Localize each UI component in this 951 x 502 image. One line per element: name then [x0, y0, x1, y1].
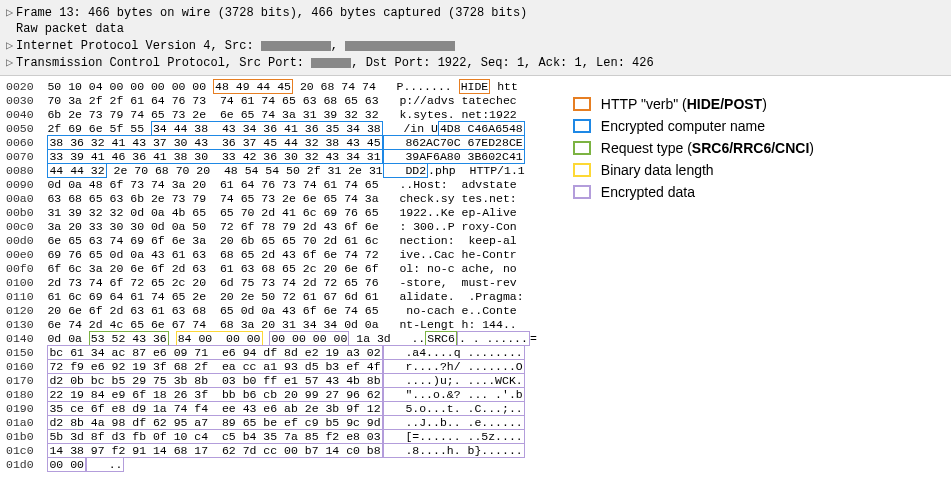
legend-swatch-blue	[573, 119, 591, 133]
offset: 01a0	[6, 416, 47, 429]
ascii-highlight: .a4....q ........	[383, 345, 525, 360]
hex-row: 0070 33 39 41 46 36 41 38 30 33 42 36 30…	[6, 150, 537, 164]
hex-row: 0180 22 19 84 e9 6f 18 26 3f bb b6 cb 20…	[6, 388, 537, 402]
hex-row: 0050 2f 69 6e 5f 55 34 44 38 43 34 36 41…	[6, 122, 537, 136]
hex-row: 00c0 3a 20 33 30 30 0d 0a 50 72 6f 78 79…	[6, 220, 537, 234]
ascii-highlight: . . ......	[457, 331, 530, 346]
ascii-highlight: "...o.&? ... .'.b	[383, 387, 525, 402]
legend-item: Binary data length	[573, 162, 814, 178]
hex-highlight: d2 8b 4a 98 df 62 95 a7 89 65 be ef c9 b…	[47, 415, 382, 430]
hex-row: 0140 0d 0a 53 52 43 36 84 00 00 00 00 00…	[6, 332, 537, 346]
offset: 00d0	[6, 234, 47, 247]
offset: 00c0	[6, 220, 47, 233]
ascii-highlight: 5.o...t. .C...;..	[383, 401, 525, 416]
offset: 0110	[6, 290, 47, 303]
offset: 0120	[6, 304, 47, 317]
hex-highlight: 48 49 44 45	[213, 79, 293, 94]
ascii-highlight: DD2	[383, 163, 428, 178]
offset: 00e0	[6, 248, 47, 261]
offset: 0160	[6, 360, 47, 373]
hex-row: 0190 35 ce 6f e8 d9 1a 74 f4 ee 43 e6 ab…	[6, 402, 537, 416]
hex-row: 0100 2d 73 74 6f 72 65 2c 20 6d 75 73 74…	[6, 276, 537, 290]
tcp-layer[interactable]: ▷Transmission Control Protocol, Src Port…	[6, 54, 945, 71]
ascii-highlight: ..	[86, 457, 125, 472]
hex-dump-pane[interactable]: 0020 50 10 04 00 00 00 00 00 48 49 44 45…	[0, 76, 543, 502]
hex-row: 00d0 6e 65 63 74 69 6f 6e 3a 20 6b 65 65…	[6, 234, 537, 248]
offset: 0050	[6, 122, 47, 135]
offset: 0140	[6, 332, 47, 345]
hex-row: 0030 70 3a 2f 2f 61 64 76 73 74 61 74 65…	[6, 94, 537, 108]
legend-item: Encrypted data	[573, 184, 814, 200]
offset: 0040	[6, 108, 47, 121]
legend-label: Encrypted computer name	[601, 118, 765, 134]
hex-row: 0170 d2 0b bc b5 29 75 3b 8b 03 b0 ff e1…	[6, 374, 537, 388]
hex-highlight: bc 61 34 ac 87 e6 09 71 e6 94 df 8d e2 1…	[47, 345, 382, 360]
offset: 00f0	[6, 262, 47, 275]
legend: HTTP "verb" (HIDE/POST)Encrypted compute…	[543, 76, 824, 502]
offset: 0030	[6, 94, 47, 107]
hex-row: 01c0 14 38 97 f2 91 14 68 17 62 7d cc 00…	[6, 444, 537, 458]
hex-row: 0020 50 10 04 00 00 00 00 00 48 49 44 45…	[6, 80, 537, 94]
hex-highlight: d2 0b bc b5 29 75 3b 8b 03 b0 ff e1 57 4…	[47, 373, 382, 388]
hex-highlight: 33 39 41 46 36 41 38 30 33 42 36 30 32 4…	[47, 149, 382, 164]
hex-row: 00a0 63 68 65 63 6b 2e 73 79 74 65 73 2e…	[6, 192, 537, 206]
offset: 00a0	[6, 192, 47, 205]
hex-highlight: 35 ce 6f e8 d9 1a 74 f4 ee 43 e6 ab 2e 3…	[47, 401, 382, 416]
legend-swatch-yellow	[573, 163, 591, 177]
ascii-highlight: ....)u;. ....WCK.	[383, 373, 525, 388]
legend-label: Binary data length	[601, 162, 714, 178]
hex-highlight: 53 52 43 36	[89, 331, 169, 346]
legend-label: Request type (SRC6/RRC6/CNCI)	[601, 140, 814, 156]
hex-row: 01d0 00 00 ..	[6, 458, 537, 472]
redacted-src-ip	[261, 41, 331, 51]
hex-row: 00b0 31 39 32 32 0d 0a 4b 65 65 70 2d 41…	[6, 206, 537, 220]
hex-highlight: 84 00 00 00	[176, 331, 263, 346]
ascii-highlight: 862AC70C 67ED28CE	[383, 135, 525, 150]
offset: 0150	[6, 346, 47, 359]
hex-row: 0130 6e 74 2d 4c 65 6e 67 74 68 3a 20 31…	[6, 318, 537, 332]
ascii-highlight: r....?h/ .......O	[383, 359, 525, 374]
ascii-highlight: .8....h. b}......	[383, 443, 525, 458]
legend-item: Encrypted computer name	[573, 118, 814, 134]
hex-row: 0090 0d 0a 48 6f 73 74 3a 20 61 64 76 73…	[6, 178, 537, 192]
hex-highlight: 14 38 97 f2 91 14 68 17 62 7d cc 00 b7 1…	[47, 443, 382, 458]
offset: 0100	[6, 276, 47, 289]
hex-row: 0120 20 6e 6f 2d 63 61 63 68 65 0d 0a 43…	[6, 304, 537, 318]
offset: 0190	[6, 402, 47, 415]
legend-swatch-green	[573, 141, 591, 155]
offset: 0020	[6, 80, 47, 93]
offset: 00b0	[6, 206, 47, 219]
offset: 0060	[6, 136, 47, 149]
hex-row: 0040 6b 2e 73 79 74 65 73 2e 6e 65 74 3a…	[6, 108, 537, 122]
redacted-src-port	[311, 58, 351, 68]
offset: 0080	[6, 164, 47, 177]
offset: 0180	[6, 388, 47, 401]
raw-data-label[interactable]: Raw packet data	[6, 21, 945, 37]
ip-layer[interactable]: ▷Internet Protocol Version 4, Src: ,	[6, 37, 945, 54]
hex-highlight: 22 19 84 e9 6f 18 26 3f bb b6 cb 20 99 2…	[47, 387, 382, 402]
hex-highlight: 38 36 32 41 43 37 30 43 36 37 45 44 32 3…	[47, 135, 382, 150]
offset: 0070	[6, 150, 47, 163]
frame-summary[interactable]: ▷Frame 13: 466 bytes on wire (3728 bits)…	[6, 4, 945, 21]
hex-row: 0150 bc 61 34 ac 87 e6 09 71 e6 94 df 8d…	[6, 346, 537, 360]
offset: 01b0	[6, 430, 47, 443]
legend-swatch-purple	[573, 185, 591, 199]
hex-highlight: 00 00	[47, 457, 86, 472]
offset: 0170	[6, 374, 47, 387]
legend-label: HTTP "verb" (HIDE/POST)	[601, 96, 767, 112]
hex-highlight: 44 44 32	[47, 163, 106, 178]
hex-highlight: 34 44 38 43 34 36 41 36 35 34 38	[151, 121, 383, 136]
offset: 0130	[6, 318, 47, 331]
hex-highlight: 00 00 00 00	[269, 331, 349, 346]
hex-row: 0110 61 6c 69 64 61 74 65 2e 20 2e 50 72…	[6, 290, 537, 304]
hex-highlight: 72 f9 e6 92 19 3f 68 2f ea cc a1 93 d5 b…	[47, 359, 382, 374]
legend-label: Encrypted data	[601, 184, 695, 200]
offset: 01d0	[6, 458, 47, 471]
hex-row: 0060 38 36 32 41 43 37 30 43 36 37 45 44…	[6, 136, 537, 150]
ascii-highlight: HIDE	[459, 79, 491, 94]
ascii-highlight: 4D8 C46A6548	[438, 121, 525, 136]
hex-row: 01b0 5b 3d 8f d3 fb 0f 10 c4 c5 b4 35 7a…	[6, 430, 537, 444]
hex-highlight: 5b 3d 8f d3 fb 0f 10 c4 c5 b4 35 7a 85 f…	[47, 429, 382, 444]
legend-swatch-orange	[573, 97, 591, 111]
ascii-highlight: 39AF6A80 3B602C41	[383, 149, 525, 164]
